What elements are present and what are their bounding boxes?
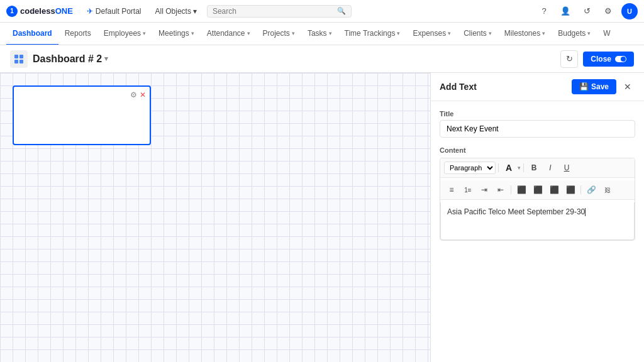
svg-rect-3: [19, 60, 23, 63]
nav-item-expenses[interactable]: Expenses ▾: [406, 23, 457, 45]
nav-label-timetrackings: Time Trackings: [345, 29, 396, 38]
all-objects-button[interactable]: All Objects ▾: [152, 6, 201, 17]
nav-bar: Dashboard Reports Employees ▾ Meetings ▾…: [0, 23, 644, 45]
nav-item-more[interactable]: W: [597, 23, 616, 45]
nav-item-budgets[interactable]: Budgets ▾: [552, 23, 597, 45]
nav-label-attendance: Attendance: [207, 29, 245, 38]
dashboard-title: Dashboard # 2 ▾: [33, 53, 108, 65]
settings-button[interactable]: ⚙: [600, 3, 616, 19]
content-field-label: Content: [440, 146, 635, 154]
nav-item-clients[interactable]: Clients ▾: [457, 23, 498, 45]
font-color-button[interactable]: A: [501, 161, 516, 175]
nav-item-employees[interactable]: Employees ▾: [97, 23, 152, 45]
nav-label-projects: Projects: [263, 29, 290, 38]
save-button[interactable]: 💾 Save: [572, 79, 616, 94]
nav-label-clients: Clients: [464, 29, 487, 38]
widget-actions: ⚙ ✕: [130, 90, 146, 99]
top-bar: 1 codelessONE ✈ Default Portal All Objec…: [0, 0, 644, 23]
underline-button[interactable]: U: [559, 161, 574, 175]
widget-close-icon[interactable]: ✕: [140, 90, 146, 99]
nav-item-attendance[interactable]: Attendance ▾: [201, 23, 257, 45]
nav-label-budgets: Budgets: [558, 29, 586, 38]
refresh-button[interactable]: ↻: [560, 50, 578, 68]
nav-item-tasks[interactable]: Tasks ▾: [301, 23, 338, 45]
nav-label-tasks: Tasks: [308, 29, 327, 38]
align-justify-button[interactable]: ⬛: [563, 183, 578, 197]
align-left-button[interactable]: ⬛: [514, 183, 529, 197]
widget-card: ⚙ ✕: [13, 85, 151, 145]
avatar[interactable]: U: [621, 3, 638, 19]
portal-label: Default Portal: [96, 7, 142, 16]
align-center-button[interactable]: ⬛: [530, 183, 545, 197]
nav-label-employees: Employees: [104, 29, 141, 38]
close-toggle: [615, 56, 626, 62]
svg-rect-0: [14, 55, 18, 58]
outdent-button[interactable]: ⇤: [493, 183, 508, 197]
portal-button[interactable]: ✈ Default Portal: [83, 6, 145, 17]
logo: 1 codelessONE: [6, 6, 73, 17]
dashboard-title-caret[interactable]: ▾: [104, 55, 108, 63]
grid-area[interactable]: ⚙ ✕: [0, 73, 430, 362]
svg-rect-1: [19, 55, 23, 58]
employees-caret: ▾: [143, 30, 146, 36]
search-input[interactable]: [213, 7, 335, 16]
divider-4: [580, 185, 581, 194]
nav-label-expenses: Expenses: [413, 29, 446, 38]
nav-item-reports[interactable]: Reports: [58, 23, 97, 45]
nav-item-timetrackings[interactable]: Time Trackings ▾: [338, 23, 407, 45]
top-bar-right: ? 👤 ↺ ⚙ U: [536, 3, 638, 19]
budgets-caret: ▾: [587, 30, 591, 36]
panel-close-button[interactable]: ✕: [620, 79, 635, 94]
panel-header: Add Text 💾 Save ✕: [431, 73, 644, 101]
all-objects-caret: ▾: [193, 7, 197, 16]
nav-label-more: W: [603, 29, 610, 38]
bold-button[interactable]: B: [526, 161, 541, 175]
toolbar-right: ↻ Close: [560, 50, 634, 68]
paragraph-select[interactable]: Paragraph: [444, 162, 496, 174]
logo-icon: 1: [6, 6, 18, 17]
divider-1: [498, 163, 499, 172]
save-icon: 💾: [579, 82, 589, 91]
dashboard-icon: [10, 50, 28, 68]
right-panel: Add Text 💾 Save ✕ Title Content Paragrap…: [430, 73, 644, 362]
nav-label-meetings: Meetings: [158, 29, 189, 38]
divider-2: [523, 163, 524, 172]
unlink-button[interactable]: ⛓: [600, 183, 615, 197]
meetings-caret: ▾: [191, 30, 194, 36]
panel-close-icon: ✕: [624, 82, 631, 92]
user-button[interactable]: 👤: [557, 3, 574, 19]
dashboard-toolbar: Dashboard # 2 ▾ ↻ Close: [0, 45, 644, 73]
nav-item-meetings[interactable]: Meetings ▾: [152, 23, 201, 45]
nav-item-projects[interactable]: Projects ▾: [257, 23, 301, 45]
link-button[interactable]: 🔗: [584, 183, 599, 197]
divider-3: [511, 185, 511, 194]
ordered-list-button[interactable]: 1≡: [460, 183, 475, 197]
tasks-caret: ▾: [329, 30, 332, 36]
expenses-caret: ▾: [448, 30, 451, 36]
widget-gear-icon[interactable]: ⚙: [130, 90, 137, 99]
text-cursor: [585, 208, 586, 216]
align-right-button[interactable]: ⬛: [547, 183, 562, 197]
indent-button[interactable]: ⇥: [477, 183, 492, 197]
nav-label-milestones: Milestones: [504, 29, 540, 38]
nav-item-milestones[interactable]: Milestones ▾: [498, 23, 552, 45]
editor-content[interactable]: Asia Pacific Telco Meet September 29-30: [440, 202, 635, 240]
italic-button[interactable]: I: [543, 161, 558, 175]
help-button[interactable]: ?: [536, 3, 552, 19]
main-content: ⚙ ✕ Add Text 💾 Save ✕ Title Content: [0, 73, 644, 362]
title-field-label: Title: [440, 110, 635, 118]
editor-toolbar: Paragraph A ▾ B I U ≡ 1≡ ⇥ ⇤ ⬛: [440, 158, 635, 241]
editor-text: Asia Pacific Telco Meet September 29-30: [447, 207, 585, 216]
svg-rect-2: [14, 60, 18, 63]
timetrackings-caret: ▾: [397, 30, 400, 36]
nav-item-dashboard[interactable]: Dashboard: [6, 23, 58, 45]
nav-label-reports: Reports: [65, 29, 91, 38]
close-button[interactable]: Close: [583, 52, 634, 67]
color-caret: ▾: [518, 165, 521, 171]
search-bar[interactable]: 🔍: [207, 5, 352, 18]
nav-label-dashboard: Dashboard: [13, 29, 52, 38]
history-button[interactable]: ↺: [579, 3, 595, 19]
unordered-list-button[interactable]: ≡: [444, 183, 459, 197]
milestones-caret: ▾: [542, 30, 545, 36]
title-field-input[interactable]: [440, 120, 635, 138]
